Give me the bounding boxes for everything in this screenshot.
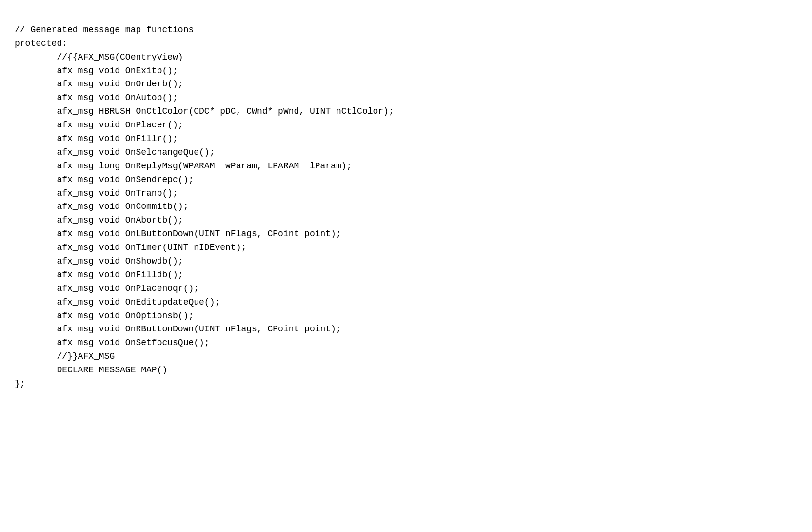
code-line: afx_msg void OnEditupdateQue(); <box>15 296 797 309</box>
code-line: DECLARE_MESSAGE_MAP() <box>15 364 797 377</box>
code-line: //}}AFX_MSG <box>15 350 797 364</box>
code-line: afx_msg void OnPlacenoqr(); <box>15 282 797 296</box>
code-line: afx_msg void OnSetfocusQue(); <box>15 336 797 350</box>
code-line: afx_msg void OnCommitb(); <box>15 200 797 214</box>
code-line: afx_msg void OnRButtonDown(UINT nFlags, … <box>15 323 797 336</box>
code-line: afx_msg void OnAutob(); <box>15 91 797 105</box>
code-line: //{{AFX_MSG(COentryView) <box>15 51 797 64</box>
code-line: }; <box>15 377 797 391</box>
code-line: afx_msg void OnSelchangeQue(); <box>15 146 797 160</box>
code-line: protected: <box>15 37 797 51</box>
code-line: afx_msg void OnAbortb(); <box>15 214 797 227</box>
code-line: afx_msg void OnFillr(); <box>15 132 797 146</box>
code-display: // Generated message map functionsprotec… <box>0 0 812 401</box>
code-line: afx_msg void OnLButtonDown(UINT nFlags, … <box>15 227 797 241</box>
code-line: // Generated message map functions <box>15 23 797 37</box>
code-line: afx_msg void OnOptionsb(); <box>15 309 797 323</box>
code-line: afx_msg void OnShowdb(); <box>15 255 797 268</box>
code-line: afx_msg HBRUSH OnCtlColor(CDC* pDC, CWnd… <box>15 105 797 119</box>
code-line: afx_msg long OnReplyMsg(WPARAM wParam, L… <box>15 160 797 173</box>
code-line: afx_msg void OnFilldb(); <box>15 268 797 282</box>
code-line: afx_msg void OnTranb(); <box>15 187 797 201</box>
code-line: afx_msg void OnSendrepc(); <box>15 173 797 187</box>
code-line: afx_msg void OnExitb(); <box>15 64 797 78</box>
code-line: afx_msg void OnPlacer(); <box>15 119 797 132</box>
code-line: afx_msg void OnOrderb(); <box>15 78 797 91</box>
code-line: afx_msg void OnTimer(UINT nIDEvent); <box>15 241 797 255</box>
